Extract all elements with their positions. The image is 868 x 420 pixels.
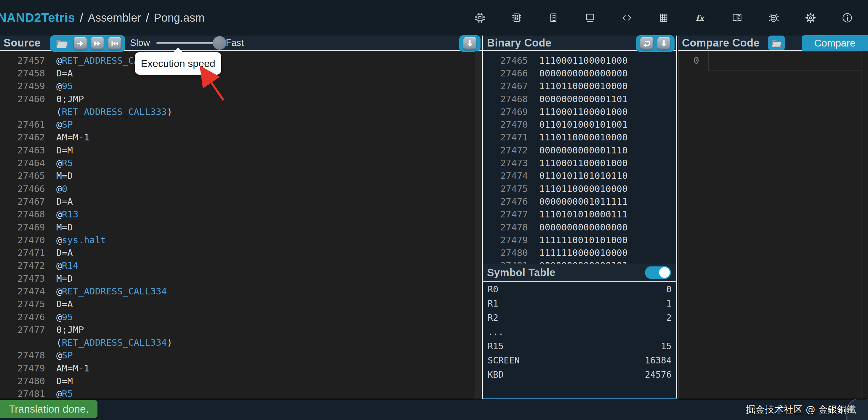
line-content: (RET_ADDRESS_CALL334) [56, 337, 173, 348]
source-line: 27476@95 [0, 311, 482, 323]
compare-open-file-button[interactable] [768, 36, 785, 50]
line-content: @SP [56, 119, 73, 130]
compare-panel-header: Compare Code Compare [678, 36, 868, 51]
symbol-name: R2 [488, 313, 666, 323]
step-button[interactable] [74, 37, 87, 50]
screen-icon[interactable] [584, 12, 596, 24]
speed-slider-thumb[interactable] [213, 36, 226, 50]
source-toolbar [50, 35, 125, 52]
function-fx-icon[interactable]: fx [694, 12, 706, 24]
symbol-table-header: Symbol Table [483, 264, 676, 282]
source-line: 27467D=A [0, 195, 482, 207]
symbol-value: 2 [666, 313, 672, 323]
hardware-chip-icon[interactable] [474, 12, 486, 24]
line-content: 0000000000000101 [539, 260, 628, 264]
speed-slider[interactable] [156, 36, 219, 50]
line-number: 27470 [0, 234, 45, 245]
source-line: 27472@R14 [0, 259, 482, 272]
source-title: Source [4, 37, 40, 49]
binary-download-button[interactable] [657, 37, 671, 50]
line-number: 27465 [0, 170, 45, 181]
middle-column: Binary Code 2746511100011000010002746600… [482, 36, 677, 399]
symbol-name: SCREEN [488, 355, 645, 365]
symbol-table-toggle[interactable] [645, 266, 671, 279]
line-content: 0000000000001110 [539, 145, 628, 156]
reset-button[interactable] [108, 37, 121, 50]
source-scrollbar[interactable] [474, 51, 481, 399]
symbol-table-title: Symbol Table [487, 266, 555, 279]
symbol-row: R11 [483, 296, 676, 311]
line-number: 27467 [0, 196, 45, 207]
line-number: 27480 [483, 247, 528, 258]
line-content: 0000000000000000 [539, 68, 628, 78]
line-content: @RET_ADDRESS_CALL334 [56, 286, 167, 296]
line-content: 1110110000010000 [539, 132, 628, 142]
line-number: 27472 [483, 145, 528, 156]
binary-line: 274711110110000010000 [483, 131, 676, 144]
binary-reset-scroll-button[interactable] [640, 37, 653, 50]
line-content: @R5 [56, 158, 73, 168]
binary-line: 274700110101000101001 [483, 118, 676, 131]
run-button[interactable] [91, 37, 104, 50]
source-line: 27480D=M [0, 375, 482, 387]
compare-editor[interactable]: 0 [678, 51, 868, 399]
source-line: 27464@R5 [0, 156, 482, 169]
source-panel: Source Slow Fast 27457@RET_ADDRESS_CALL3… [0, 36, 482, 399]
binary-line: 274771110101010000111 [483, 208, 676, 221]
line-content: M=D [56, 170, 73, 181]
line-number: 27472 [0, 260, 45, 271]
binary-line: 274810000000000000101 [483, 259, 676, 264]
line-content: @95 [56, 80, 73, 91]
line-content: (RET_ADDRESS_CALL333) [56, 106, 173, 117]
line-content: AM=M-1 [56, 363, 90, 374]
line-content: D=A [56, 298, 73, 309]
line-content: @95 [56, 312, 73, 322]
binary-output: 2746511100011000010002746600000000000000… [483, 51, 676, 264]
symbol-row: R22 [483, 311, 676, 325]
breadcrumb-file: Pong.asm [154, 11, 205, 24]
info-icon[interactable] [841, 12, 853, 24]
line-number: 27475 [483, 183, 528, 194]
memory-board-icon[interactable] [511, 12, 523, 24]
line-content: 1110101010000111 [539, 209, 628, 220]
gear-icon[interactable] [805, 12, 816, 24]
compare-button[interactable]: Compare [802, 35, 868, 51]
grid-table-icon[interactable] [658, 12, 670, 24]
symbol-row: ... [483, 325, 676, 339]
open-file-button[interactable] [54, 37, 70, 50]
line-number: 27469 [483, 106, 528, 117]
source-line: 27457@RET_ADDRESS_CALL333 [0, 54, 482, 67]
line-number: 27477 [0, 324, 45, 335]
compare-title: Compare Code [682, 37, 760, 49]
line-number: 27478 [483, 222, 528, 232]
binary-line: 274651110001100001000 [483, 54, 676, 67]
source-line: 27473M=D [0, 272, 482, 285]
source-download-button[interactable] [463, 37, 476, 50]
source-editor[interactable]: 27457@RET_ADDRESS_CALL33327458D=A27459@9… [0, 51, 482, 399]
line-content: M=D [56, 273, 73, 284]
symbol-value: 1 [666, 298, 672, 309]
line-number: 27477 [483, 209, 528, 220]
binary-toolbar [636, 35, 675, 52]
line-number: 27470 [483, 119, 528, 130]
symbol-table-rows: R00R11R22...R1515SCREEN16384KBD24576 [483, 282, 676, 398]
bug-icon[interactable] [768, 12, 780, 24]
line-content: D=A [56, 196, 73, 207]
line-number: 27475 [0, 298, 45, 309]
line-number: 27481 [483, 260, 528, 264]
status-bar: Translation done. 掘金技术社区 @ 金銀銅鐵 [0, 399, 868, 420]
speed-slider-track[interactable] [156, 42, 219, 44]
brand-title: NAND2Tetris [0, 11, 75, 25]
binary-line: 274801111110000010000 [483, 246, 676, 259]
compare-editor-edge [861, 51, 862, 399]
line-number: 27463 [0, 145, 45, 156]
script-list-icon[interactable] [548, 12, 559, 24]
source-line: 27474@RET_ADDRESS_CALL334 [0, 285, 482, 297]
line-number: 27459 [0, 80, 45, 91]
line-number: 27469 [0, 222, 45, 232]
line-content: 1110001100001000 [539, 106, 628, 117]
line-content: 1110110000010000 [539, 80, 628, 91]
line-content: @SP [56, 350, 73, 360]
book-icon[interactable] [731, 12, 743, 24]
code-brackets-icon[interactable] [621, 12, 633, 24]
